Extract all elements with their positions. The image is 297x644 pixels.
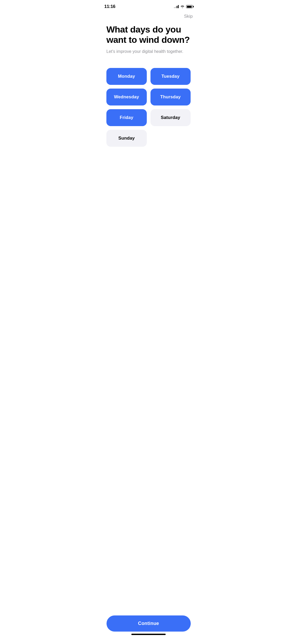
wifi-icon [180, 5, 185, 8]
day-button-saturday[interactable]: Saturday [150, 109, 191, 126]
battery-icon [186, 5, 193, 8]
skip-button[interactable]: Skip [184, 14, 193, 19]
signal-icon [174, 5, 179, 8]
day-button-thursday[interactable]: Thursday [150, 89, 191, 105]
day-button-tuesday[interactable]: Tuesday [150, 68, 191, 85]
day-button-sunday[interactable]: Sunday [106, 130, 147, 147]
main-content: What days do you want to wind down? Let'… [99, 19, 198, 147]
status-bar: 11:16 [99, 0, 198, 12]
day-button-wednesday[interactable]: Wednesday [106, 89, 147, 105]
day-button-monday[interactable]: Monday [106, 68, 147, 85]
skip-button-container: Skip [99, 12, 198, 19]
page-title: What days do you want to wind down? [106, 24, 191, 45]
days-grid: Monday Tuesday Wednesday Thursday Friday… [106, 68, 191, 126]
status-icons [174, 5, 193, 8]
status-time: 11:16 [104, 4, 115, 9]
sunday-row: Sunday [106, 130, 191, 147]
page-subtitle: Let's improve your digital health togeth… [106, 49, 191, 54]
day-button-friday[interactable]: Friday [106, 109, 147, 126]
